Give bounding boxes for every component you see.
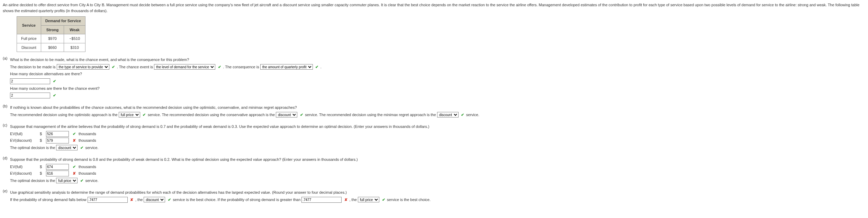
text: , the	[349, 198, 356, 202]
th-service: Service	[17, 17, 41, 34]
text: If the probability of strong demand fall…	[10, 198, 87, 202]
ev-full-label: EV(full)	[10, 164, 38, 170]
below-choice-select[interactable]: discount	[144, 197, 165, 202]
optimistic-select[interactable]: full price	[119, 112, 140, 117]
text: The optimal decision is the	[10, 146, 55, 150]
text: service.	[466, 113, 479, 117]
ev-full-input[interactable]	[46, 131, 69, 137]
text: service. The recommended decision using …	[305, 113, 436, 117]
check-icon: ✔	[460, 112, 465, 118]
check-icon: ✔	[315, 64, 319, 70]
consequence-select[interactable]: the amount of quarterly profit	[260, 64, 313, 70]
part-c: (c) Suppose that management of the airli…	[3, 122, 865, 152]
text: service.	[85, 178, 98, 183]
unit: thousands	[79, 131, 96, 137]
ev-discount-label: EV(discount)	[10, 138, 38, 143]
ev-discount-input-d[interactable]	[46, 171, 69, 176]
ev-full-input-d[interactable]	[46, 164, 69, 170]
question-text: Suppose that the probability of strong d…	[10, 157, 865, 163]
check-icon: ✔	[72, 131, 76, 137]
check-icon: ✔	[52, 78, 57, 84]
unit: thousands	[79, 164, 96, 170]
part-e: (e) Use graphical sensitivity analysis t…	[3, 188, 865, 204]
check-icon: ✔	[381, 197, 386, 203]
ev-discount-input[interactable]	[46, 138, 69, 143]
cell: $660	[41, 43, 64, 52]
check-icon: ✔	[217, 64, 222, 70]
part-label: (b)	[3, 103, 9, 109]
part-d: (d) Suppose that the probability of stro…	[3, 155, 865, 185]
problem-intro: An airline decided to offer direct servi…	[3, 2, 865, 14]
decision-select[interactable]: the type of service to provide	[57, 64, 109, 70]
check-icon: ✔	[52, 93, 57, 98]
check-icon: ✔	[142, 112, 147, 118]
row-label: Discount	[17, 43, 41, 52]
check-icon: ✔	[111, 64, 116, 70]
text: service.	[85, 146, 98, 150]
part-label: (c)	[3, 122, 9, 128]
cross-icon: ✘	[72, 138, 76, 143]
outcomes-input[interactable]	[10, 93, 50, 98]
text: The recommended decision using the optim…	[10, 113, 118, 117]
dollar-sign: $	[40, 171, 44, 176]
prob-above-input[interactable]	[301, 197, 342, 203]
minimax-select[interactable]: discount	[437, 112, 459, 117]
chance-select[interactable]: the level of demand for the service	[154, 64, 215, 70]
text: , the	[135, 198, 143, 202]
unit: thousands	[79, 138, 96, 143]
text: . The consequence is	[223, 65, 259, 69]
part-label: (a)	[3, 55, 9, 61]
text: service. The recommended decision using …	[148, 113, 275, 117]
th-demand: Demand for Service	[41, 17, 85, 26]
text: . The chance event is	[117, 65, 153, 69]
part-a: (a) What is the decision to be made, wha…	[3, 55, 865, 100]
check-icon: ✔	[299, 112, 304, 118]
cell: −$510	[64, 34, 85, 43]
cell: $310	[64, 43, 85, 52]
payoff-table: Service Demand for Service Strong Weak F…	[17, 16, 85, 52]
table-row: Full price $970 −$510	[17, 34, 85, 43]
unit: thousands	[79, 171, 96, 176]
optimal-d-select[interactable]: full price	[56, 178, 78, 183]
ev-discount-label: EV(discount)	[10, 171, 38, 176]
prob-below-input[interactable]	[88, 197, 128, 203]
above-choice-select[interactable]: full price	[358, 197, 379, 202]
cross-icon: ✘	[129, 197, 134, 203]
text: The optimal decision is the	[10, 178, 55, 183]
question-text: How many decision alternatives are there…	[10, 71, 865, 77]
cross-icon: ✘	[343, 197, 348, 203]
check-icon: ✔	[167, 197, 172, 203]
question-text: What is the decision to be made, what is…	[10, 57, 865, 63]
cross-icon: ✘	[72, 171, 76, 176]
part-b: (b) If nothing is known about the probab…	[3, 103, 865, 119]
dollar-sign: $	[40, 164, 44, 170]
question-text: Use graphical sensitivity analysis to de…	[10, 190, 865, 195]
dollar-sign: $	[40, 138, 44, 143]
cell: $970	[41, 34, 64, 43]
part-label: (e)	[3, 188, 9, 194]
check-icon: ✔	[79, 178, 84, 184]
ev-full-label: EV(full)	[10, 131, 38, 137]
question-text: How many outcomes are there for the chan…	[10, 86, 865, 91]
part-label: (d)	[3, 155, 9, 161]
text: service is the best choice. If the proba…	[173, 198, 301, 202]
text: service is the best choice.	[387, 198, 431, 202]
row-label: Full price	[17, 34, 41, 43]
table-row: Discount $660 $310	[17, 43, 85, 52]
alternatives-input[interactable]	[10, 78, 50, 84]
question-text: If nothing is known about the probabilit…	[10, 105, 865, 111]
th-strong: Strong	[41, 25, 64, 34]
dollar-sign: $	[40, 131, 44, 137]
conservative-select[interactable]: discount	[276, 112, 297, 117]
text: .	[320, 65, 322, 69]
text: The decision to be made is	[10, 65, 55, 69]
check-icon: ✔	[72, 164, 76, 170]
th-weak: Weak	[64, 25, 85, 34]
question-text: Suppose that management of the airline b…	[10, 124, 865, 130]
optimal-c-select[interactable]: discount	[56, 145, 78, 150]
check-icon: ✔	[79, 145, 84, 151]
